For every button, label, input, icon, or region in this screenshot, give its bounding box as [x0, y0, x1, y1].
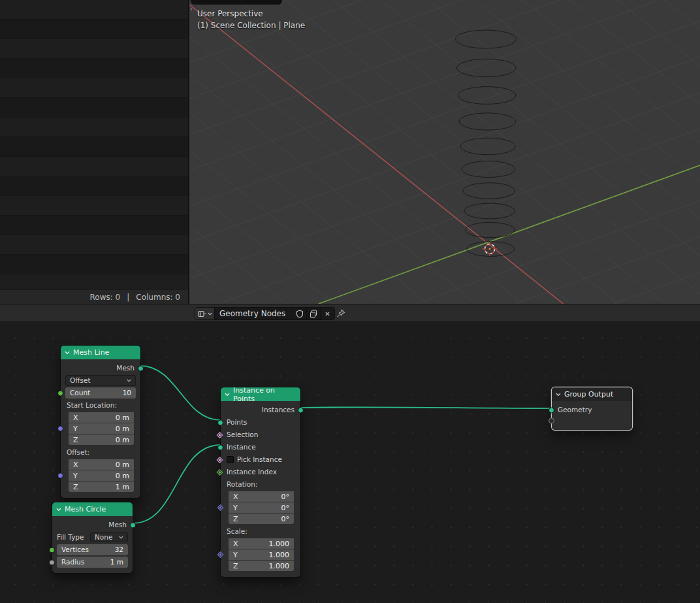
spreadsheet-editor[interactable]: Rows: 0 | Columns: 0 — [0, 0, 189, 304]
node-editor-header: Geometry Nodes ✕ — [0, 304, 700, 322]
unlink-datablock-button[interactable]: ✕ — [321, 308, 334, 319]
virtual-socket-row — [556, 417, 628, 425]
nodetree-browse-button[interactable] — [195, 308, 215, 319]
copy-icon — [310, 310, 317, 318]
rows-count: Rows: 0 — [90, 293, 121, 302]
geometry-row: Geometry — [556, 404, 628, 416]
nodetree-name-input[interactable]: Geometry Nodes — [215, 308, 293, 319]
close-icon: ✕ — [325, 310, 330, 318]
collapse-chevron-icon[interactable] — [225, 393, 230, 397]
scale-x-field[interactable]: X1.000 — [229, 538, 294, 549]
mode-row: Offset — [65, 375, 136, 386]
rotation-x-field[interactable]: X0° — [229, 491, 294, 502]
vertices-field[interactable]: Vertices 32 — [57, 544, 128, 555]
pin-button[interactable] — [336, 308, 346, 319]
mesh-line-body: Mesh Offset Count 10 Start Location: — [61, 359, 140, 498]
nodetree-datablock-selector: Geometry Nodes ✕ — [195, 307, 335, 320]
node-group-output[interactable]: Group Output Geometry — [552, 387, 632, 430]
rotation-vector: X0° Y0° Z0° — [229, 491, 294, 524]
offset-label: Offset: — [65, 447, 136, 458]
node-mesh-line[interactable]: Mesh Line Mesh Offset Count 10 — [61, 346, 140, 498]
pin-icon — [336, 308, 346, 319]
socket-mesh-output[interactable] — [138, 365, 144, 371]
socket-instances-output[interactable] — [298, 407, 304, 413]
fill-type-row: Fill Type None — [57, 532, 128, 543]
socket-start-location-input[interactable] — [57, 426, 63, 432]
start-x-field[interactable]: X0 m — [69, 412, 134, 423]
offset-y-field[interactable]: Y0 m — [69, 470, 134, 481]
nodetree-icon — [198, 310, 206, 318]
node-mesh-circle[interactable]: Mesh Circle Mesh Fill Type None Vertices… — [52, 502, 133, 573]
socket-count-input[interactable] — [57, 390, 63, 396]
chevron-down-icon — [127, 379, 131, 382]
chevron-down-icon — [119, 536, 123, 539]
fake-user-button[interactable] — [293, 308, 307, 319]
socket-radius-input[interactable] — [49, 559, 55, 565]
scale-vector: X1.000 Y1.000 Z1.000 — [229, 538, 294, 571]
rotation-y-field[interactable]: Y0° — [229, 502, 294, 513]
output-row-mesh: Mesh — [57, 519, 128, 530]
mesh-line-header[interactable]: Mesh Line — [61, 346, 140, 359]
count-row: Count 10 — [65, 387, 136, 399]
instance-on-points-body: Instances Points Selection Instance Pick… — [221, 401, 300, 577]
output-label: Mesh — [116, 364, 135, 372]
mesh-circle-header[interactable]: Mesh Circle — [52, 502, 133, 516]
mesh-line-mode-dropdown[interactable]: Offset — [65, 375, 136, 386]
collapse-chevron-icon[interactable] — [65, 351, 70, 355]
chevron-down-icon — [208, 312, 212, 316]
output-row-instances: Instances — [225, 404, 296, 416]
status-separator: | — [127, 293, 129, 302]
mesh-circle-body: Mesh Fill Type None Vertices 32 Radi — [52, 516, 133, 573]
start-y-field[interactable]: Y0 m — [69, 423, 134, 434]
rotation-z-field[interactable]: Z0° — [229, 513, 294, 524]
node-instance-on-points[interactable]: Instance on Points Instances Points Sele… — [221, 387, 300, 577]
start-location-label: Start Location: — [65, 400, 136, 411]
viewport-scene — [189, 0, 700, 304]
offset-x-field[interactable]: X0 m — [69, 459, 134, 470]
scale-y-field[interactable]: Y1.000 — [229, 549, 294, 560]
instance-on-points-header[interactable]: Instance on Points — [221, 387, 300, 401]
instance-index-row: Instance Index — [225, 466, 296, 478]
socket-vertices-input[interactable] — [49, 547, 55, 553]
node-title: Mesh Circle — [65, 505, 106, 513]
scene-breadcrumb: (1) Scene Collection | Plane — [197, 21, 305, 30]
fill-type-dropdown[interactable]: None — [90, 532, 128, 542]
output-label: Instances — [262, 406, 294, 414]
viewport-top-bar — [191, 0, 282, 5]
group-output-body: Geometry — [552, 401, 632, 430]
offset-z-field[interactable]: Z1 m — [69, 481, 134, 492]
scale-z-field[interactable]: Z1.000 — [229, 561, 294, 571]
fill-type-label: Fill Type — [57, 532, 84, 543]
node-title: Instance on Points — [233, 386, 295, 403]
duplicate-datablock-button[interactable] — [307, 308, 321, 319]
socket-offset-input[interactable] — [57, 473, 63, 479]
socket-mesh-output[interactable] — [130, 522, 136, 528]
scale-label: Scale: — [225, 526, 296, 537]
socket-geometry-input[interactable] — [549, 407, 554, 413]
blender-window: Rows: 0 | Columns: 0 › User Perspective … — [0, 0, 700, 603]
node-title: Group Output — [564, 390, 613, 399]
socket-points-input[interactable] — [217, 419, 223, 425]
shield-icon — [296, 310, 304, 318]
offset-vector: X0 m Y0 m Z1 m — [69, 459, 134, 492]
radius-field[interactable]: Radius 1 m — [57, 557, 128, 568]
3d-viewport[interactable]: › User Perspective (1) Scene Collection … — [189, 0, 700, 304]
socket-virtual-input[interactable] — [549, 418, 554, 424]
columns-count: Columns: 0 — [136, 293, 180, 302]
collapse-chevron-icon[interactable] — [56, 508, 61, 512]
start-z-field[interactable]: Z0 m — [69, 434, 134, 445]
start-location-vector: X0 m Y0 m Z0 m — [69, 412, 134, 445]
pick-instance-checkbox[interactable] — [227, 456, 234, 463]
radius-row: Radius 1 m — [57, 557, 128, 568]
output-row-mesh: Mesh — [65, 363, 136, 374]
count-field[interactable]: Count 10 — [65, 387, 136, 399]
points-row: Points — [225, 417, 296, 428]
collapse-chevron-icon[interactable] — [556, 393, 561, 397]
socket-instance-input[interactable] — [217, 444, 223, 450]
view-perspective-label: User Perspective — [197, 9, 263, 18]
output-label: Mesh — [108, 521, 127, 529]
instance-row: Instance — [225, 442, 296, 453]
group-output-header[interactable]: Group Output — [552, 387, 632, 401]
spreadsheet-status-bar: Rows: 0 | Columns: 0 — [0, 289, 188, 304]
region-expand-arrow[interactable]: › — [190, 5, 193, 12]
